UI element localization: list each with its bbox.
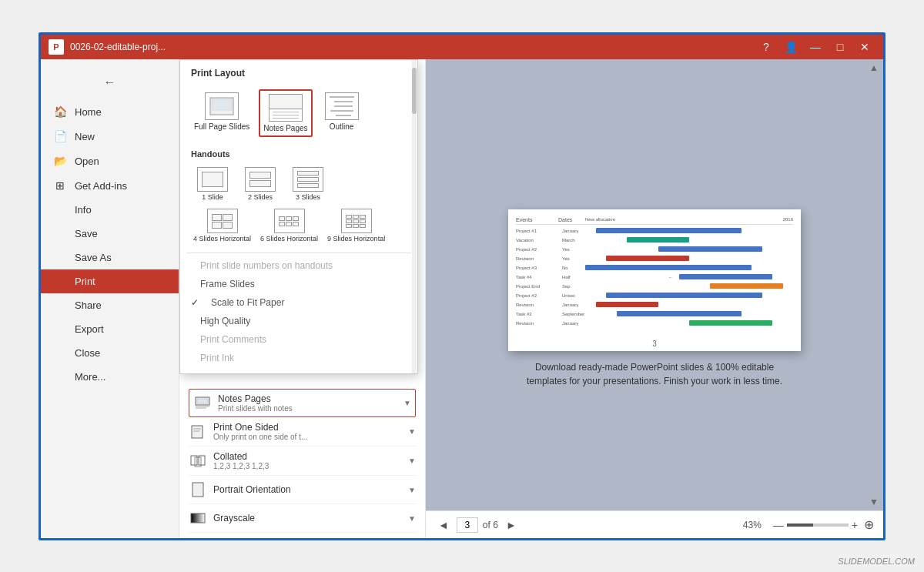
sidebar-item-addins[interactable]: ⊞ Get Add-ins xyxy=(41,173,179,198)
sidebar-export-label: Export xyxy=(75,323,104,335)
close-button[interactable]: ✕ xyxy=(854,38,875,55)
collated-title: Collated xyxy=(213,451,402,462)
prev-page-button[interactable]: ◄ xyxy=(435,517,452,533)
setting-row-portrait[interactable]: Portrait Orientation ▼ xyxy=(189,476,416,504)
handout-9h[interactable]: 9 Slides Horizontal xyxy=(325,206,387,245)
portrait-icon xyxy=(189,480,207,499)
scrollbar-thumb xyxy=(412,68,417,114)
handout-3-icon xyxy=(293,167,323,192)
full-page-icon xyxy=(205,92,239,120)
handout-2-label: 2 Slides xyxy=(248,193,273,201)
sidebar-info-label: Info xyxy=(75,204,92,216)
sidebar-item-close[interactable]: Close xyxy=(41,341,179,365)
help-icon[interactable]: ? xyxy=(755,38,777,55)
setting-row-notes[interactable]: Notes Pages Print slides with notes ▼ xyxy=(189,389,416,417)
option-slide-numbers[interactable]: Print slide numbers on handouts xyxy=(180,256,417,275)
window-title: 0026-02-editable-proj... xyxy=(70,42,749,52)
handout-1-icon xyxy=(197,167,228,192)
popup-scrollbar[interactable] xyxy=(412,60,417,373)
next-page-button[interactable]: ► xyxy=(503,517,520,533)
page-of-label: of 6 xyxy=(483,520,498,530)
collated-arrow: ▼ xyxy=(408,457,416,465)
page-input[interactable] xyxy=(457,517,478,533)
zoom-out-button[interactable]: — xyxy=(773,519,784,531)
person-icon[interactable]: 👤 xyxy=(780,38,802,55)
sidebar-item-save[interactable]: Save xyxy=(41,222,179,246)
sidebar-open-label: Open xyxy=(75,156,99,167)
sidebar-item-export[interactable]: Export xyxy=(41,317,179,341)
sidebar-item-info[interactable]: Info xyxy=(41,198,179,222)
sidebar-item-saveas[interactable]: Save As xyxy=(41,246,179,269)
handout-2-slides[interactable]: 2 Slides xyxy=(239,165,282,203)
layout-full-page[interactable]: Full Page Slides xyxy=(191,89,253,137)
popup-header: Print Layout xyxy=(180,60,417,83)
zoom-controls: 43% — + ⊕ xyxy=(743,517,874,532)
layout-grid: Full Page Slides xyxy=(188,86,410,140)
fit-page-button[interactable]: ⊕ xyxy=(864,517,874,532)
handouts-title: Handouts xyxy=(188,146,410,163)
setting-row-onesided[interactable]: Print One Sided Only print on one side o… xyxy=(189,417,416,447)
maximize-button[interactable]: □ xyxy=(829,38,851,55)
onesided-arrow: ▼ xyxy=(408,427,416,436)
popup-divider-1 xyxy=(186,253,411,253)
zoom-slider[interactable] xyxy=(787,523,849,527)
handout-6h[interactable]: 6 Slides Horizontal xyxy=(258,206,320,245)
preview-bottom-bar: ◄ of 6 ► 43% — + ⊕ xyxy=(426,510,883,538)
grayscale-content: Grayscale xyxy=(213,513,402,523)
collated-content: Collated 1,2,3 1,2,3 1,2,3 xyxy=(213,451,402,470)
setting-row-collated[interactable]: Collated 1,2,3 1,2,3 1,2,3 ▼ xyxy=(189,447,416,476)
sidebar-item-home[interactable]: 🏠 Home xyxy=(41,99,179,124)
handout-3-slides[interactable]: 3 Slides xyxy=(286,165,330,203)
notes-setting-title: Notes Pages xyxy=(218,393,397,404)
scroll-up-button[interactable]: ▲ xyxy=(869,62,879,73)
option-high-quality[interactable]: High Quality xyxy=(180,312,417,330)
svg-rect-12 xyxy=(192,483,203,497)
notes-setting-content: Notes Pages Print slides with notes xyxy=(218,393,397,413)
minimize-button[interactable]: — xyxy=(805,38,826,55)
handout-1-label: 1 Slide xyxy=(202,193,223,201)
option-frame-slides[interactable]: Frame Slides xyxy=(180,275,417,293)
back-button[interactable]: ← xyxy=(96,69,124,96)
print-panel: Print Layout Full Page Slide xyxy=(179,59,426,538)
portrait-arrow: ▼ xyxy=(408,486,416,494)
layout-section: Full Page Slides xyxy=(180,83,417,143)
sidebar-close-label: Close xyxy=(75,347,100,359)
notes-dropdown-arrow: ▼ xyxy=(403,399,411,407)
sidebar-addins-label: Get Add-ins xyxy=(75,180,127,192)
app-logo: P xyxy=(49,39,64,55)
zoom-in-button[interactable]: + xyxy=(852,519,858,531)
option-scale-fit[interactable]: Scale to Fit Paper xyxy=(180,293,417,312)
onesided-setting-content: Print One Sided Only print on one side o… xyxy=(213,422,402,441)
full-page-label: Full Page Slides xyxy=(194,122,249,131)
notes-pages-label: Notes Pages xyxy=(263,124,307,132)
grayscale-arrow: ▼ xyxy=(408,514,416,523)
sidebar-item-open[interactable]: 📂 Open xyxy=(41,149,179,173)
sidebar-home-label: Home xyxy=(75,106,102,118)
collated-subtitle: 1,2,3 1,2,3 1,2,3 xyxy=(213,462,402,470)
scroll-down-button[interactable]: ▼ xyxy=(869,497,879,507)
sidebar-more-label: More... xyxy=(75,371,105,383)
zoom-percentage: 43% xyxy=(743,520,770,530)
option-print-comments[interactable]: Print Comments xyxy=(180,330,417,349)
handout-2-icon xyxy=(245,167,276,192)
svg-rect-1 xyxy=(212,99,232,110)
sidebar-item-share[interactable]: Share xyxy=(41,293,179,317)
new-icon: 📄 xyxy=(53,130,67,142)
layout-outline[interactable]: Outline xyxy=(319,89,365,137)
sidebar-saveas-label: Save As xyxy=(75,252,112,263)
grayscale-icon xyxy=(189,509,207,527)
sidebar-item-new[interactable]: 📄 New xyxy=(41,124,179,149)
handout-1-slide[interactable]: 1 Slide xyxy=(191,165,234,203)
open-icon: 📂 xyxy=(53,155,67,167)
setting-row-grayscale[interactable]: Grayscale ▼ xyxy=(189,504,416,533)
option-print-ink[interactable]: Print Ink xyxy=(180,349,417,367)
sidebar-item-print[interactable]: Print xyxy=(41,269,179,293)
sidebar-item-more[interactable]: More... xyxy=(41,365,179,389)
svg-rect-3 xyxy=(197,399,208,403)
gantt-chart: Events Dates New allocation 2016 Project… xyxy=(508,209,801,336)
handouts-section: Handouts 1 Slide xyxy=(180,143,417,249)
handout-4h[interactable]: 4 Slides Horizontal xyxy=(191,206,253,245)
zoom-slider-fill xyxy=(787,523,813,527)
layout-notes-pages[interactable]: Notes Pages xyxy=(259,89,312,137)
home-icon: 🏠 xyxy=(53,105,67,118)
